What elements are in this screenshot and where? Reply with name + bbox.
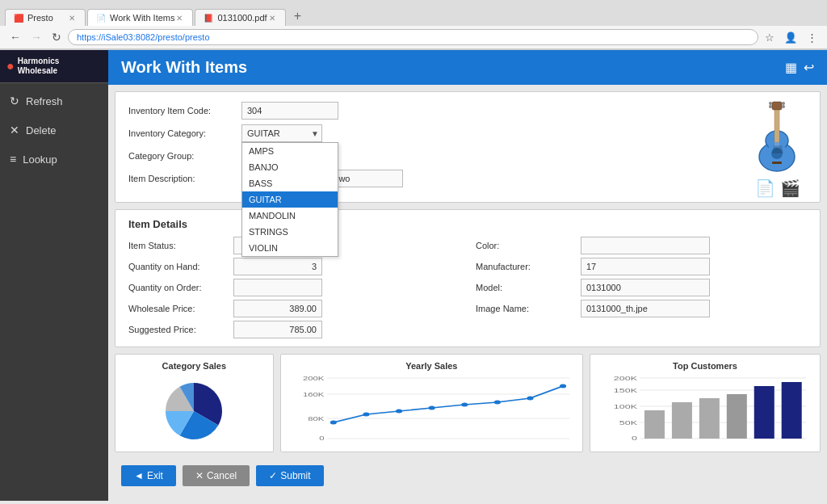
tab-bar: 🟥 Presto ✕ 📄 Work With Items ✕ 📕 0131000… (0, 0, 827, 26)
option-banjo[interactable]: BANJO (242, 159, 338, 175)
header-icons: ▦ ↩ (785, 60, 814, 75)
category-sales-chart: Category Sales (115, 354, 274, 452)
top-customers-title: Top Customers (597, 361, 813, 371)
account-icon[interactable]: 👤 (781, 30, 800, 45)
tab-presto[interactable]: 🟥 Presto ✕ (5, 9, 86, 26)
delete-icon: ✕ (10, 124, 19, 136)
inventory-category-row: Inventory Category: GUITAR ▼ AMPS BANJO … (128, 124, 807, 142)
manufacturer-input[interactable] (581, 258, 710, 275)
footer-buttons: ◄ Exit ✕ Cancel ✓ Submit (108, 459, 827, 493)
refresh-icon: ↻ (10, 94, 19, 107)
submit-button[interactable]: ✓ Submit (256, 465, 323, 486)
wholesale-price-row: Wholesale Price: (128, 300, 460, 317)
tab-close-presto[interactable]: ✕ (67, 14, 77, 23)
item-details-section: Item Details Item Status: Color: Quantit… (115, 209, 821, 347)
inventory-code-row: Inventory Item Code: (128, 102, 807, 120)
svg-rect-46 (782, 382, 802, 439)
address-bar[interactable]: https://iSale03:8082/presto/presto (68, 29, 758, 45)
sidebar-label-delete: Delete (26, 124, 57, 136)
category-group-label: Category Group: (128, 151, 241, 161)
logo-icon: ● (6, 59, 15, 74)
logo-bar: ● HarmonicsWholesale (0, 50, 108, 83)
tab-icon-wwi: 📄 (96, 14, 106, 23)
color-input[interactable] (581, 237, 710, 254)
pdf-icon[interactable]: 📄 (755, 178, 775, 198)
category-sales-title: Category Sales (122, 361, 267, 371)
manufacturer-label: Manufacturer: (476, 262, 581, 271)
reload-button[interactable]: ↻ (48, 29, 65, 45)
option-amps[interactable]: AMPS (242, 143, 338, 159)
suggested-price-label: Suggested Price: (128, 325, 233, 334)
back-button[interactable]: ← (6, 29, 24, 45)
tab-pdf[interactable]: 📕 0131000.pdf ✕ (195, 9, 285, 26)
svg-point-30 (560, 384, 566, 388)
model-input[interactable] (581, 279, 710, 296)
yearly-sales-title: Yearly Sales (288, 361, 576, 371)
option-mandolin[interactable]: MANDOLIN (242, 208, 338, 224)
inventory-code-label: Inventory Item Code: (128, 106, 241, 116)
sidebar-item-lookup[interactable]: ≡ Lookup (0, 145, 108, 174)
bar-chart-container: 200K 150K 100K 50K 0 (597, 374, 813, 439)
tab-work-with-items[interactable]: 📄 Work With Items ✕ (87, 9, 193, 26)
forward-button[interactable]: → (27, 29, 45, 45)
svg-point-26 (428, 406, 434, 410)
tab-icon-pdf: 📕 (204, 14, 213, 23)
category-group-row: Category Group: (128, 147, 807, 165)
sidebar: ● HarmonicsWholesale ↻ Refresh ✕ Delete … (0, 50, 108, 501)
bar-chart-svg: 200K 150K 100K 50K 0 (597, 374, 813, 443)
option-violin[interactable]: VIOLIN (242, 240, 338, 256)
svg-point-8 (782, 105, 785, 108)
suggested-price-input[interactable] (233, 321, 322, 338)
exit-icon[interactable]: ↩ (804, 60, 814, 75)
svg-text:50K: 50K (619, 420, 638, 426)
tab-close-wwi[interactable]: ✕ (174, 14, 184, 23)
wholesale-price-input[interactable] (233, 300, 322, 317)
video-icon[interactable]: 🎬 (780, 178, 800, 198)
sidebar-item-delete[interactable]: ✕ Delete (0, 116, 108, 145)
cancel-button[interactable]: ✕ Cancel (183, 465, 250, 486)
logo-text: HarmonicsWholesale (18, 57, 60, 76)
item-description-row: Item Description: (128, 170, 807, 187)
tab-icon-presto: 🟥 (14, 14, 23, 23)
svg-marker-14 (772, 145, 783, 153)
svg-rect-43 (699, 398, 720, 439)
svg-rect-4 (772, 102, 782, 110)
main-content: Work With Items ▦ ↩ (108, 50, 827, 501)
color-row: Color: (476, 237, 807, 254)
charts-area: Category Sales (115, 354, 821, 452)
svg-text:200K: 200K (614, 376, 637, 382)
sidebar-label-refresh: Refresh (26, 95, 63, 107)
grid-icon[interactable]: ▦ (785, 60, 797, 75)
inventory-category-select[interactable]: GUITAR (241, 124, 322, 142)
option-strings[interactable]: STRINGS (242, 224, 338, 240)
svg-text:0: 0 (632, 435, 637, 442)
tab-label-pdf: 0131000.pdf (217, 13, 267, 23)
qty-hand-input[interactable] (233, 258, 322, 275)
details-grid: Item Status: Color: Quantity on Hand: Ma… (128, 237, 807, 338)
option-bass[interactable]: BASS (242, 175, 338, 191)
exit-button[interactable]: ◄ Exit (121, 465, 176, 486)
svg-point-23 (330, 421, 336, 425)
sidebar-item-refresh[interactable]: ↻ Refresh (0, 86, 108, 116)
menu-icon[interactable]: ⋮ (804, 30, 821, 45)
svg-rect-13 (772, 162, 782, 164)
option-guitar[interactable]: GUITAR (242, 191, 338, 208)
new-tab-button[interactable]: + (288, 6, 308, 26)
svg-rect-45 (754, 386, 775, 439)
model-label: Model: (476, 283, 581, 292)
qty-order-input[interactable] (233, 279, 322, 296)
svg-rect-44 (727, 394, 747, 439)
qty-order-label: Quantity on Order: (128, 283, 233, 292)
inventory-category-dropdown-menu[interactable]: AMPS BANJO BASS GUITAR MANDOLIN STRINGS … (241, 142, 338, 257)
nav-icons: ☆ 👤 ⋮ (762, 30, 821, 45)
inventory-code-input[interactable] (241, 102, 338, 120)
cancel-label: Cancel (207, 470, 237, 481)
suggested-price-row: Suggested Price: (128, 321, 460, 338)
image-name-input[interactable] (581, 300, 710, 317)
svg-text:160K: 160K (303, 391, 325, 397)
bookmark-icon[interactable]: ☆ (762, 30, 778, 45)
sidebar-label-lookup: Lookup (23, 153, 57, 166)
svg-point-28 (493, 401, 500, 405)
tab-close-pdf[interactable]: ✕ (267, 14, 277, 23)
yearly-sales-chart: Yearly Sales 200K 160K 80K 0 (280, 354, 583, 452)
